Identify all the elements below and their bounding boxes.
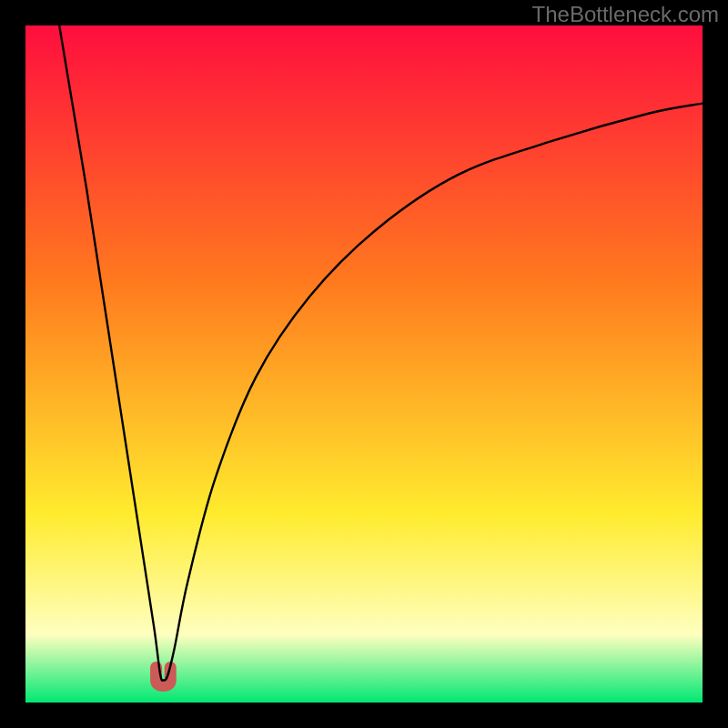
plot-area — [25, 25, 703, 703]
watermark-label: TheBottleneck.com — [532, 2, 719, 27]
chart-container: TheBottleneck.com — [0, 0, 728, 728]
chart-svg — [25, 25, 703, 703]
